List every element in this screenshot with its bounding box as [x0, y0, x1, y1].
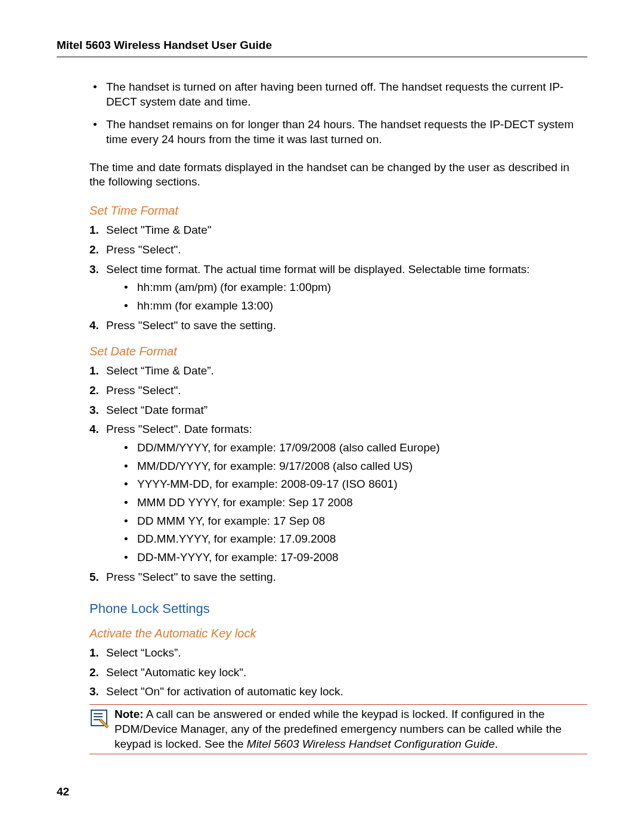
- intro-paragraph: The time and date formats displayed in t…: [89, 160, 587, 190]
- format-option: hh:mm (for example 13:00): [122, 299, 587, 314]
- intro-bullet-list: The handset is turned on after having be…: [89, 80, 587, 147]
- date-format-options: DD/MM/YYYY, for example: 17/09/2008 (als…: [122, 441, 587, 565]
- format-option: hh:mm (am/pm) (for example: 1:00pm): [122, 280, 587, 295]
- heading-phone-lock-settings: Phone Lock Settings: [89, 600, 587, 618]
- step-item: Select "Time & Date": [89, 223, 587, 238]
- note-icon: [89, 708, 110, 733]
- intro-bullet: The handset remains on for longer than 2…: [89, 117, 587, 147]
- keylock-steps: Select “Locks”. Select "Automatic key lo…: [89, 646, 587, 699]
- step-item: Select “Locks”.: [89, 646, 587, 661]
- format-option: MM/DD/YYYY, for example: 9/17/2008 (also…: [122, 459, 587, 474]
- step-item: Press "Select" to save the setting.: [89, 318, 587, 333]
- step-item: Select "On" for activation of automatic …: [89, 685, 587, 699]
- step-item: Select “Time & Date”.: [89, 364, 587, 379]
- intro-bullet: The handset is turned on after having be…: [89, 80, 587, 109]
- format-option: DD.MM.YYYY, for example: 17.09.2008: [122, 532, 587, 547]
- step-item: Press "Select".: [89, 383, 587, 398]
- step-item: Select “Date format”: [89, 403, 587, 418]
- subheading-set-time-format: Set Time Format: [89, 203, 587, 218]
- format-option: DD/MM/YYYY, for example: 17/09/2008 (als…: [122, 441, 587, 456]
- format-option: DD MMM YY, for example: 17 Sep 08: [122, 514, 587, 529]
- note-tail: .: [495, 738, 498, 750]
- subheading-activate-auto-keylock: Activate the Automatic Key lock: [89, 625, 587, 641]
- page-number: 42: [57, 785, 69, 798]
- page-body: The handset is turned on after having be…: [57, 80, 587, 754]
- format-option: MMM DD YYYY, for example: Sep 17 2008: [122, 496, 587, 510]
- step-item: Press "Select". Date formats: DD/MM/YYYY…: [89, 422, 587, 565]
- step-item: Press "Select".: [89, 243, 587, 258]
- subheading-set-date-format: Set Date Format: [89, 343, 587, 359]
- note-lead: Note:: [114, 708, 144, 720]
- step-text: Press "Select". Date formats:: [106, 423, 252, 435]
- step-item: Select time format. The actual time form…: [89, 262, 587, 314]
- format-option: DD-MM-YYYY, for example: 17-09-2008: [122, 550, 587, 565]
- page-content: Mitel 5603 Wireless Handset User Guide T…: [57, 39, 587, 754]
- step-item: Press "Select" to save the setting.: [89, 570, 587, 585]
- note-text: Note: A call can be answered or ended wh…: [114, 707, 587, 751]
- time-format-options: hh:mm (am/pm) (for example: 1:00pm) hh:m…: [122, 280, 587, 313]
- step-text: Select time format. The actual time form…: [106, 263, 530, 275]
- format-option: YYYY-MM-DD, for example: 2008-09-17 (ISO…: [122, 477, 587, 492]
- page-header-title: Mitel 5603 Wireless Handset User Guide: [57, 39, 587, 57]
- time-format-steps: Select "Time & Date" Press "Select". Sel…: [89, 223, 587, 333]
- note-reference: Mitel 5603 Wireless Handset Configuratio…: [247, 738, 495, 750]
- date-format-steps: Select “Time & Date”. Press "Select". Se…: [89, 364, 587, 584]
- note-box: Note: A call can be answered or ended wh…: [89, 704, 587, 754]
- step-item: Select "Automatic key lock".: [89, 665, 587, 680]
